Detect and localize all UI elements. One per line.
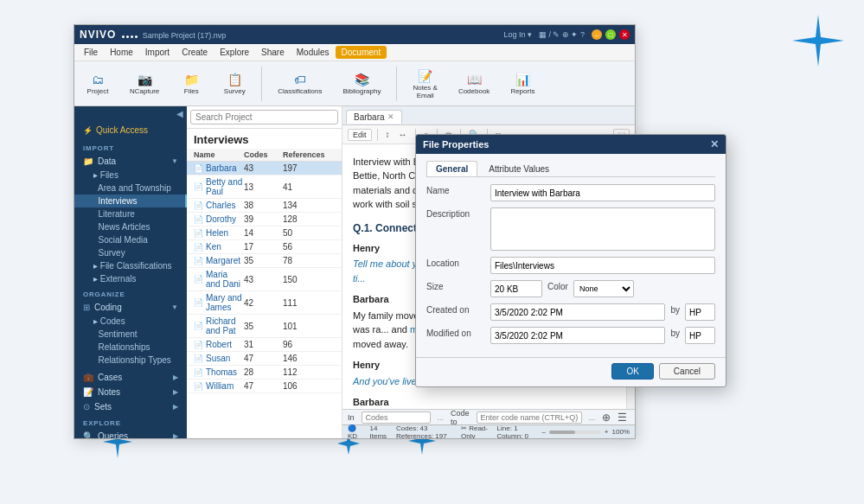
ribbon-survey[interactable]: 📋 Survey (218, 68, 251, 99)
created-by-input[interactable] (685, 303, 715, 321)
created-date-input[interactable] (490, 303, 665, 321)
sidebar-item-sets[interactable]: ⊙ Sets ▶ (74, 399, 187, 414)
menu-file[interactable]: File (78, 46, 104, 59)
sidebar-sub-relationships[interactable]: Relationships (74, 341, 187, 354)
toolbar-format-icon[interactable]: ↕ (383, 129, 393, 140)
sidebar-sub-area[interactable]: Area and Township (74, 182, 187, 195)
sidebar-sub-survey[interactable]: Survey (74, 246, 187, 259)
search-input[interactable] (190, 110, 338, 124)
doc-tab-barbara[interactable]: Barbara ✕ (346, 110, 402, 124)
table-row[interactable]: 📄Thomas 28 112 (187, 366, 342, 380)
sidebar-sub-news[interactable]: News Articles (74, 220, 187, 233)
ok-button[interactable]: OK (611, 363, 653, 380)
zoom-minus[interactable]: – (541, 428, 545, 436)
sidebar-item-notes[interactable]: 📝 Notes ▶ (74, 385, 187, 399)
ribbon-reports[interactable]: 📊 Reports (505, 68, 540, 99)
table-row[interactable]: 📄Richard and Pat 35 101 (187, 315, 342, 338)
size-input[interactable] (490, 280, 542, 297)
menu-share[interactable]: Share (255, 46, 291, 59)
edit-btn[interactable]: Edit (348, 129, 372, 141)
minimize-btn[interactable]: – (592, 29, 602, 40)
code-input-dots-btn[interactable]: ... (589, 413, 596, 422)
panel-table: Name Codes References 📄Barbara 43 197 📄B… (187, 149, 342, 438)
sidebar-sub-fileclassifications[interactable]: ▸ File Classifications (74, 259, 187, 272)
logo-dot-1 (122, 35, 125, 38)
ribbon-project[interactable]: 🗂 Project (81, 68, 114, 99)
sidebar-item-data[interactable]: 📁 Data ▼ (74, 154, 187, 169)
menu-explore[interactable]: Explore (214, 46, 255, 59)
dialog-footer: OK Cancel (416, 357, 726, 386)
sidebar-sub-sentiment[interactable]: Sentiment (74, 328, 187, 341)
dialog-tab-attribute-values[interactable]: Attribute Values (479, 161, 559, 176)
queries-arrow: ▶ (173, 432, 178, 438)
modified-date-input[interactable] (490, 327, 665, 344)
ribbon-notes-email[interactable]: 📝 Notes &Email (407, 65, 442, 103)
sidebar-sub-literature[interactable]: Literature (74, 207, 187, 220)
code-plus-btn[interactable]: ⊕ (602, 411, 611, 424)
menu-home[interactable]: Home (104, 46, 139, 59)
status-codes-refs: Codes: 43 References: 197 (396, 424, 452, 439)
table-row[interactable]: 📄Barbara 43 197 (187, 162, 342, 175)
cancel-button[interactable]: Cancel (659, 363, 715, 380)
login-btn[interactable]: Log In ▾ (503, 30, 532, 39)
menu-create[interactable]: Create (176, 46, 214, 59)
sidebar-sub-externals[interactable]: ▸ Externals (74, 272, 187, 285)
sidebar-collapse-btn[interactable]: ◀ (176, 109, 183, 118)
sidebar-item-queries[interactable]: 🔍 Queries ▶ (74, 429, 187, 438)
name-input[interactable] (490, 184, 715, 201)
table-row[interactable]: 📄Helen 14 50 (187, 226, 342, 240)
table-row[interactable]: 📄Robert 31 96 (187, 338, 342, 352)
title-bar: NVIVO Sample Project (17).nvp Log In ▾ ▦… (74, 25, 635, 44)
table-row[interactable]: 📄Margaret 35 78 (187, 254, 342, 268)
dialog-close-btn[interactable]: ✕ (710, 138, 719, 150)
codes-dots-btn[interactable]: ... (438, 413, 445, 422)
doc-tab-close[interactable]: ✕ (387, 112, 394, 121)
code-list-btn[interactable]: ☰ (618, 411, 627, 424)
menu-document[interactable]: Document (336, 46, 387, 59)
maximize-btn[interactable]: □ (605, 29, 616, 40)
sidebar-sub-interviews[interactable]: Interviews (74, 195, 187, 207)
code-name-input[interactable] (477, 411, 582, 424)
location-label: Location (426, 257, 487, 268)
ribbon-ncapture[interactable]: 📷 NCapture (125, 68, 164, 99)
menu-modules[interactable]: Modules (291, 46, 336, 59)
row-refs: 150 (283, 275, 335, 284)
sidebar-sub-codes[interactable]: ▸ Codes (74, 315, 187, 328)
ribbon-classifications[interactable]: 🏷 Classifications (272, 68, 327, 99)
modified-by-input[interactable] (685, 327, 715, 344)
codes-input[interactable] (362, 411, 431, 424)
table-row[interactable]: 📄Maria and Dani 43 150 (187, 268, 342, 291)
ribbon-codebook[interactable]: 📖 Codebook (453, 68, 495, 99)
table-row[interactable]: 📄Dorothy 39 128 (187, 213, 342, 226)
ribbon-classifications-label: Classifications (278, 88, 322, 96)
sidebar-item-cases[interactable]: 💼 Cases ▶ (74, 370, 187, 385)
menu-import[interactable]: Import (139, 46, 176, 59)
close-btn[interactable]: ✕ (619, 29, 630, 40)
col-name: Name (194, 150, 244, 159)
table-row[interactable]: 📄Charles 38 134 (187, 199, 342, 213)
location-input[interactable] (490, 257, 715, 274)
table-row[interactable]: 📄William 47 106 (187, 380, 342, 393)
ribbon-bibliography[interactable]: 📚 Bibliography (337, 68, 386, 99)
toolbar-align-icon[interactable]: ↔ (396, 129, 410, 140)
sidebar-item-coding[interactable]: ⊞ Coding ▼ (74, 300, 187, 315)
file-properties-dialog[interactable]: File Properties ✕ General Attribute Valu… (415, 134, 726, 387)
zoom-slider[interactable] (549, 431, 601, 434)
table-row[interactable]: 📄Susan 47 146 (187, 352, 342, 366)
dialog-tab-general[interactable]: General (426, 161, 477, 176)
row-name: 📄Betty and Paul (194, 177, 244, 196)
zoom-plus[interactable]: + (605, 428, 609, 436)
table-row[interactable]: 📄Betty and Paul 13 41 (187, 175, 342, 199)
sidebar-sub-reltype[interactable]: Relationship Types (74, 354, 187, 367)
color-select[interactable]: None Red Blue Green (573, 280, 634, 297)
table-row[interactable]: 📄Ken 17 56 (187, 240, 342, 254)
quick-access[interactable]: ⚡ Quick Access (74, 121, 187, 139)
code-x-btn[interactable]: ✕ (634, 411, 635, 424)
sidebar-sub-social[interactable]: Social Media (74, 233, 187, 246)
ribbon-files[interactable]: 📁 Files (175, 68, 208, 99)
description-textarea[interactable] (490, 207, 715, 251)
table-row[interactable]: 📄Mary and James 42 111 (187, 291, 342, 315)
menu-bar: File Home Import Create Explore Share Mo… (74, 44, 635, 61)
sidebar-sub-files[interactable]: ▸ Files (74, 169, 187, 182)
dialog-tabs: General Attribute Values (426, 161, 715, 177)
